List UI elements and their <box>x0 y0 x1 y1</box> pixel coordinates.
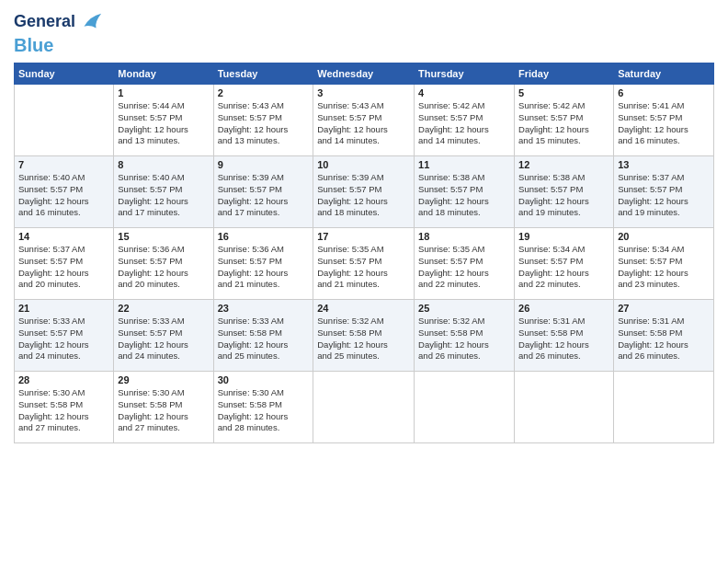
calendar-cell: 30Sunrise: 5:30 AM Sunset: 5:58 PM Dayli… <box>213 372 313 443</box>
col-header-tuesday: Tuesday <box>213 63 313 85</box>
day-info: Sunrise: 5:31 AM Sunset: 5:58 PM Dayligh… <box>518 316 609 362</box>
day-number: 26 <box>518 303 609 314</box>
day-number: 1 <box>118 87 209 98</box>
calendar-cell: 1Sunrise: 5:44 AM Sunset: 5:57 PM Daylig… <box>114 85 213 156</box>
day-number: 12 <box>518 159 609 170</box>
day-number: 28 <box>18 374 109 385</box>
calendar-cell <box>515 372 614 443</box>
calendar-cell: 3Sunrise: 5:43 AM Sunset: 5:57 PM Daylig… <box>313 85 415 156</box>
day-info: Sunrise: 5:36 AM Sunset: 5:57 PM Dayligh… <box>218 244 310 291</box>
day-info: Sunrise: 5:44 AM Sunset: 5:57 PM Dayligh… <box>118 100 209 147</box>
day-info: Sunrise: 5:35 AM Sunset: 5:57 PM Dayligh… <box>418 244 510 291</box>
day-info: Sunrise: 5:34 AM Sunset: 5:57 PM Dayligh… <box>518 244 609 291</box>
week-row-2: 7Sunrise: 5:40 AM Sunset: 5:57 PM Daylig… <box>15 156 714 228</box>
day-number: 7 <box>18 159 109 170</box>
col-header-friday: Friday <box>515 63 614 85</box>
calendar-cell <box>15 85 114 156</box>
day-number: 6 <box>618 87 710 98</box>
calendar-cell: 25Sunrise: 5:32 AM Sunset: 5:58 PM Dayli… <box>415 300 515 372</box>
calendar-cell: 26Sunrise: 5:31 AM Sunset: 5:58 PM Dayli… <box>515 300 614 372</box>
calendar-cell: 27Sunrise: 5:31 AM Sunset: 5:58 PM Dayli… <box>614 300 714 372</box>
header-row: SundayMondayTuesdayWednesdayThursdayFrid… <box>15 63 714 85</box>
calendar-cell: 15Sunrise: 5:36 AM Sunset: 5:57 PM Dayli… <box>114 228 213 300</box>
day-info: Sunrise: 5:30 AM Sunset: 5:58 PM Dayligh… <box>218 387 310 434</box>
calendar-cell: 11Sunrise: 5:38 AM Sunset: 5:57 PM Dayli… <box>415 156 515 228</box>
day-info: Sunrise: 5:36 AM Sunset: 5:57 PM Dayligh… <box>118 244 209 291</box>
day-number: 10 <box>317 159 410 170</box>
logo-general: General <box>14 13 75 31</box>
day-info: Sunrise: 5:42 AM Sunset: 5:57 PM Dayligh… <box>518 100 609 147</box>
day-info: Sunrise: 5:35 AM Sunset: 5:57 PM Dayligh… <box>317 244 410 291</box>
day-info: Sunrise: 5:41 AM Sunset: 5:57 PM Dayligh… <box>618 100 710 147</box>
calendar-cell: 14Sunrise: 5:37 AM Sunset: 5:57 PM Dayli… <box>15 228 114 300</box>
day-number: 17 <box>317 231 410 242</box>
day-number: 5 <box>518 87 609 98</box>
day-number: 22 <box>118 303 209 314</box>
day-number: 9 <box>218 159 310 170</box>
day-number: 21 <box>18 303 109 314</box>
calendar-cell: 24Sunrise: 5:32 AM Sunset: 5:58 PM Dayli… <box>313 300 415 372</box>
calendar-cell: 23Sunrise: 5:33 AM Sunset: 5:58 PM Dayli… <box>213 300 313 372</box>
day-number: 8 <box>118 159 209 170</box>
day-info: Sunrise: 5:39 AM Sunset: 5:57 PM Dayligh… <box>317 172 410 219</box>
calendar-cell <box>313 372 415 443</box>
day-info: Sunrise: 5:33 AM Sunset: 5:57 PM Dayligh… <box>18 316 109 362</box>
day-number: 30 <box>218 374 310 385</box>
day-info: Sunrise: 5:37 AM Sunset: 5:57 PM Dayligh… <box>18 244 109 291</box>
day-number: 20 <box>618 231 710 242</box>
logo-bird-icon <box>77 9 103 35</box>
day-number: 2 <box>218 87 310 98</box>
col-header-sunday: Sunday <box>15 63 114 85</box>
col-header-wednesday: Wednesday <box>313 63 415 85</box>
calendar-cell: 10Sunrise: 5:39 AM Sunset: 5:57 PM Dayli… <box>313 156 415 228</box>
calendar-cell <box>614 372 714 443</box>
week-row-4: 21Sunrise: 5:33 AM Sunset: 5:57 PM Dayli… <box>15 300 714 372</box>
day-info: Sunrise: 5:32 AM Sunset: 5:58 PM Dayligh… <box>317 316 410 362</box>
col-header-saturday: Saturday <box>614 63 714 85</box>
calendar-cell: 13Sunrise: 5:37 AM Sunset: 5:57 PM Dayli… <box>614 156 714 228</box>
calendar-cell: 22Sunrise: 5:33 AM Sunset: 5:57 PM Dayli… <box>114 300 213 372</box>
calendar-cell: 20Sunrise: 5:34 AM Sunset: 5:57 PM Dayli… <box>614 228 714 300</box>
calendar-cell: 21Sunrise: 5:33 AM Sunset: 5:57 PM Dayli… <box>15 300 114 372</box>
calendar-cell: 9Sunrise: 5:39 AM Sunset: 5:57 PM Daylig… <box>213 156 313 228</box>
day-number: 27 <box>618 303 710 314</box>
week-row-5: 28Sunrise: 5:30 AM Sunset: 5:58 PM Dayli… <box>15 372 714 443</box>
calendar-table: SundayMondayTuesdayWednesdayThursdayFrid… <box>14 63 714 443</box>
day-number: 19 <box>518 231 609 242</box>
day-info: Sunrise: 5:30 AM Sunset: 5:58 PM Dayligh… <box>18 387 109 434</box>
calendar-cell: 18Sunrise: 5:35 AM Sunset: 5:57 PM Dayli… <box>415 228 515 300</box>
col-header-thursday: Thursday <box>415 63 515 85</box>
day-number: 25 <box>418 303 510 314</box>
calendar-cell: 7Sunrise: 5:40 AM Sunset: 5:57 PM Daylig… <box>15 156 114 228</box>
calendar-cell: 19Sunrise: 5:34 AM Sunset: 5:57 PM Dayli… <box>515 228 614 300</box>
calendar-cell: 6Sunrise: 5:41 AM Sunset: 5:57 PM Daylig… <box>614 85 714 156</box>
calendar-cell: 2Sunrise: 5:43 AM Sunset: 5:57 PM Daylig… <box>213 85 313 156</box>
day-number: 24 <box>317 303 410 314</box>
calendar-cell <box>415 372 515 443</box>
header: General Blue <box>14 9 714 55</box>
day-number: 18 <box>418 231 510 242</box>
day-info: Sunrise: 5:31 AM Sunset: 5:58 PM Dayligh… <box>618 316 710 362</box>
day-info: Sunrise: 5:33 AM Sunset: 5:58 PM Dayligh… <box>218 316 310 362</box>
calendar-cell: 4Sunrise: 5:42 AM Sunset: 5:57 PM Daylig… <box>415 85 515 156</box>
calendar-cell: 5Sunrise: 5:42 AM Sunset: 5:57 PM Daylig… <box>515 85 614 156</box>
logo: General Blue <box>14 9 103 55</box>
day-info: Sunrise: 5:32 AM Sunset: 5:58 PM Dayligh… <box>418 316 510 362</box>
day-info: Sunrise: 5:30 AM Sunset: 5:58 PM Dayligh… <box>118 387 209 434</box>
day-info: Sunrise: 5:40 AM Sunset: 5:57 PM Dayligh… <box>18 172 109 219</box>
day-number: 11 <box>418 159 510 170</box>
day-info: Sunrise: 5:42 AM Sunset: 5:57 PM Dayligh… <box>418 100 510 147</box>
calendar-cell: 16Sunrise: 5:36 AM Sunset: 5:57 PM Dayli… <box>213 228 313 300</box>
day-info: Sunrise: 5:38 AM Sunset: 5:57 PM Dayligh… <box>418 172 510 219</box>
calendar-cell: 28Sunrise: 5:30 AM Sunset: 5:58 PM Dayli… <box>15 372 114 443</box>
day-number: 3 <box>317 87 410 98</box>
week-row-1: 1Sunrise: 5:44 AM Sunset: 5:57 PM Daylig… <box>15 85 714 156</box>
day-number: 23 <box>218 303 310 314</box>
day-info: Sunrise: 5:43 AM Sunset: 5:57 PM Dayligh… <box>218 100 310 147</box>
day-info: Sunrise: 5:37 AM Sunset: 5:57 PM Dayligh… <box>618 172 710 219</box>
calendar-cell: 17Sunrise: 5:35 AM Sunset: 5:57 PM Dayli… <box>313 228 415 300</box>
calendar-cell: 12Sunrise: 5:38 AM Sunset: 5:57 PM Dayli… <box>515 156 614 228</box>
logo-blue: Blue <box>14 35 53 55</box>
week-row-3: 14Sunrise: 5:37 AM Sunset: 5:57 PM Dayli… <box>15 228 714 300</box>
day-number: 14 <box>18 231 109 242</box>
